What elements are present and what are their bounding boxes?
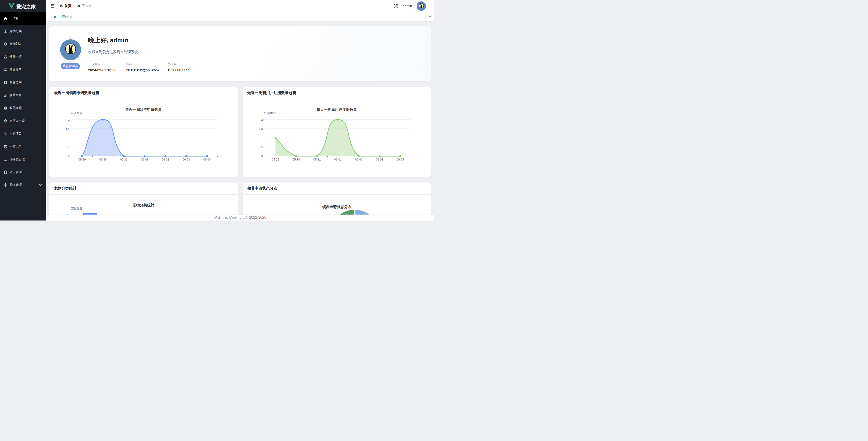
svg-text:06-03: 06-03 — [183, 158, 190, 161]
svg-text:1: 1 — [68, 136, 69, 140]
svg-text:05-29: 05-29 — [272, 158, 279, 161]
svg-text:1.5: 1.5 — [259, 127, 262, 130]
svg-text:1: 1 — [261, 136, 263, 140]
svg-text:2: 2 — [68, 118, 69, 121]
svg-text:最近一周新用户注册数量: 最近一周新用户注册数量 — [317, 108, 357, 112]
svg-text:0: 0 — [261, 154, 263, 158]
svg-text:注册用户: 注册用户 — [264, 112, 276, 115]
svg-text:05-31: 05-31 — [313, 158, 321, 161]
svg-text:领养申请状态分布: 领养申请状态分布 — [322, 205, 351, 209]
svg-text:06-01: 06-01 — [141, 158, 148, 161]
svg-text:06-02: 06-02 — [355, 158, 362, 161]
svg-text:06-04: 06-04 — [397, 158, 404, 161]
svg-text:06-04: 06-04 — [204, 158, 211, 161]
svg-text:0.5: 0.5 — [66, 145, 69, 149]
svg-text:05-29: 05-29 — [79, 158, 86, 161]
svg-text:最近一周领养申请数量: 最近一周领养申请数量 — [125, 108, 162, 112]
svg-text:1.5: 1.5 — [66, 127, 69, 130]
svg-text:05-30: 05-30 — [99, 158, 106, 161]
svg-text:0.5: 0.5 — [259, 145, 262, 149]
svg-text:05-31: 05-31 — [120, 158, 127, 161]
svg-text:06-01: 06-01 — [334, 158, 342, 161]
svg-text:宠物分类统计: 宠物分类统计 — [132, 203, 154, 207]
svg-text:0: 0 — [68, 154, 69, 158]
svg-text:宠物数量: 宠物数量 — [71, 207, 82, 210]
svg-text:2: 2 — [261, 118, 263, 121]
svg-text:06-02: 06-02 — [162, 158, 169, 161]
svg-text:申请数量: 申请数量 — [71, 112, 82, 115]
svg-text:06-03: 06-03 — [376, 158, 383, 161]
svg-text:05-30: 05-30 — [292, 158, 300, 161]
